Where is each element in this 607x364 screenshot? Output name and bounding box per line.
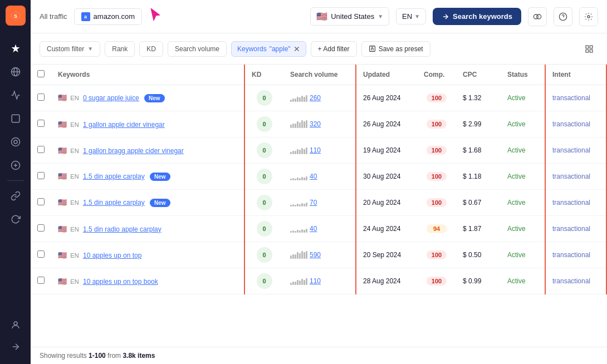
- svg-rect-21: [590, 46, 593, 48]
- row-checkbox[interactable]: [37, 94, 45, 101]
- keyword-lang: EN: [70, 147, 79, 154]
- row-checkbox[interactable]: [37, 198, 45, 205]
- keyword-link[interactable]: 1 gallon apple cider vinegar: [83, 121, 165, 129]
- intent-cell: transactional: [545, 190, 606, 216]
- volume-bars: [290, 277, 307, 285]
- table-body: 🇺🇸 EN 0 sugar apple juice New 0 260 26 A…: [31, 85, 606, 294]
- comp-cell: 100: [417, 137, 456, 164]
- row-checkbox-cell: [31, 190, 51, 216]
- keyword-lang: EN: [70, 199, 79, 206]
- volume-link[interactable]: 40: [310, 173, 317, 180]
- updated-cell: 20 Aug 2024: [356, 190, 417, 216]
- comp-badge: 100: [427, 94, 447, 102]
- save-preset-label: Save as preset: [379, 45, 423, 53]
- add-filter-button[interactable]: + Add filter: [311, 41, 357, 57]
- keywords-filter-chip[interactable]: Keywords "apple" ✕: [231, 41, 306, 57]
- volume-link[interactable]: 260: [310, 94, 321, 102]
- status-badge: Active: [507, 225, 526, 233]
- cpc-cell: $ 0.67: [456, 190, 501, 216]
- grid-view-button[interactable]: [580, 40, 598, 58]
- keyword-link[interactable]: 1.5 din radio apple carplay: [83, 225, 161, 233]
- sidebar-item-user[interactable]: [6, 315, 26, 335]
- kd-badge: 0: [257, 116, 272, 132]
- keyword-link[interactable]: 10 apples up on top book: [83, 278, 158, 286]
- comp-badge: 100: [427, 120, 447, 129]
- select-all-checkbox[interactable]: [37, 70, 45, 77]
- cursor-icon: [149, 7, 162, 26]
- search-volume-filter-button[interactable]: Search volume: [168, 41, 227, 57]
- status-cell: Active: [501, 216, 545, 242]
- domain-selector[interactable]: a amazon.com: [74, 8, 142, 25]
- volume-link[interactable]: 40: [310, 225, 317, 233]
- volume-link[interactable]: 590: [310, 251, 321, 259]
- sidebar-logo[interactable]: S: [6, 6, 26, 26]
- volume-bars: [290, 199, 307, 206]
- rank-label: Rank: [112, 45, 128, 53]
- kd-filter-button[interactable]: KD: [139, 41, 163, 57]
- status-cell: Active: [501, 111, 545, 137]
- sidebar-item-link[interactable]: [6, 186, 26, 206]
- sidebar-item-chart[interactable]: [6, 85, 26, 105]
- save-preset-button[interactable]: Save as preset: [361, 41, 430, 57]
- keyword-link[interactable]: 10 apples up on top: [83, 252, 141, 259]
- row-checkbox[interactable]: [37, 172, 45, 179]
- search-keywords-button[interactable]: Search keywords: [433, 8, 521, 25]
- kd-cell: 0: [244, 164, 283, 190]
- sidebar-item-target[interactable]: [6, 132, 26, 152]
- status-cell: Active: [501, 190, 545, 216]
- sidebar-item-refresh[interactable]: [6, 209, 26, 229]
- language-selector[interactable]: EN ▼: [396, 8, 426, 24]
- row-checkbox[interactable]: [37, 224, 45, 232]
- kd-badge: 0: [257, 169, 272, 184]
- search-volume-label: Search volume: [175, 45, 219, 53]
- keywords-chip-close-icon[interactable]: ✕: [293, 45, 300, 53]
- svg-text:S: S: [13, 13, 17, 19]
- keyword-link[interactable]: 0 sugar apple juice: [83, 94, 139, 102]
- row-checkbox[interactable]: [37, 250, 45, 258]
- new-badge: New: [144, 94, 165, 102]
- volume-cell: 110: [283, 268, 356, 294]
- help-icon-button[interactable]: [554, 7, 572, 26]
- custom-filter-label: Custom filter: [47, 45, 84, 53]
- country-selector[interactable]: 🇺🇸 United States ▼: [310, 7, 389, 26]
- keyword-cell: 🇺🇸 EN 1.5 din apple carplay New: [51, 164, 244, 190]
- comp-cell: 100: [417, 268, 456, 294]
- row-checkbox-cell: [31, 111, 51, 137]
- compare-icon-button[interactable]: [528, 7, 547, 26]
- kd-cell: 0: [244, 268, 283, 294]
- volume-cell: 40: [283, 164, 356, 190]
- comp-badge: 94: [427, 224, 447, 233]
- volume-bars: [290, 94, 307, 102]
- country-chevron-icon: ▼: [378, 13, 383, 19]
- cpc-cell: $ 1.68: [456, 137, 501, 164]
- sidebar-item-arrow-right[interactable]: [6, 337, 26, 357]
- volume-link[interactable]: 110: [310, 146, 321, 154]
- row-checkbox[interactable]: [37, 120, 45, 127]
- volume-bars: [290, 120, 307, 128]
- keyword-lang: EN: [70, 278, 79, 285]
- volume-link[interactable]: 320: [310, 120, 321, 128]
- sidebar-item-plus-circle[interactable]: [6, 155, 26, 175]
- settings-icon-button[interactable]: [579, 7, 598, 26]
- keyword-link[interactable]: 1.5 din apple carplay: [83, 199, 145, 206]
- volume-link[interactable]: 70: [310, 199, 317, 206]
- intent-cell: transactional: [545, 164, 606, 190]
- intent-cell: transactional: [545, 137, 606, 164]
- keyword-cell: 🇺🇸 EN 0 sugar apple juice New: [51, 85, 244, 111]
- intent-label: transactional: [552, 173, 590, 180]
- row-checkbox[interactable]: [37, 146, 45, 153]
- rank-filter-button[interactable]: Rank: [105, 41, 135, 57]
- keyword-link[interactable]: 1.5 din apple carplay: [83, 173, 145, 180]
- intent-label: transactional: [552, 94, 590, 102]
- status-badge: Active: [507, 277, 526, 285]
- row-checkbox[interactable]: [37, 277, 45, 284]
- sidebar-item-globe[interactable]: [6, 62, 26, 82]
- volume-link[interactable]: 110: [310, 277, 321, 285]
- sidebar-item-sparkle[interactable]: [6, 38, 26, 58]
- sidebar-item-square[interactable]: [6, 109, 26, 129]
- header-cpc: CPC: [456, 65, 501, 85]
- comp-badge: 100: [427, 277, 447, 286]
- country-label: United States: [331, 12, 374, 21]
- keyword-link[interactable]: 1 gallon bragg apple cider vinegar: [83, 147, 184, 155]
- custom-filter-button[interactable]: Custom filter ▼: [40, 41, 100, 57]
